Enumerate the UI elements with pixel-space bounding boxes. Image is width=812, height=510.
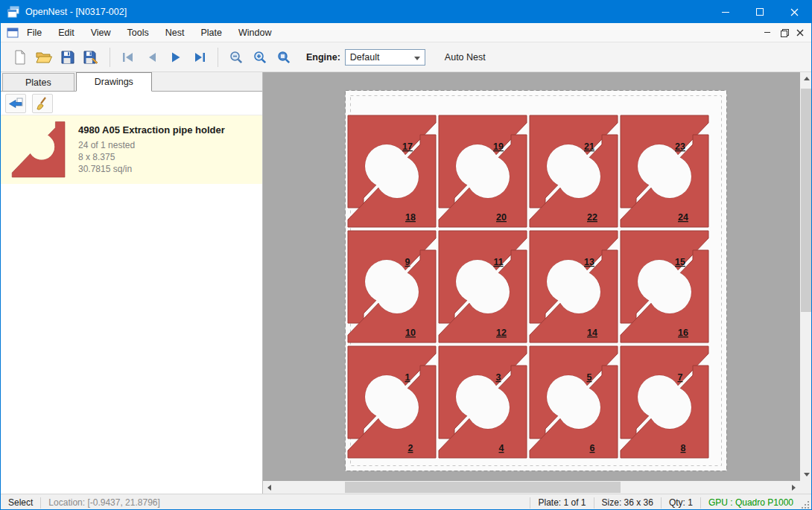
part-number[interactable]: 7 (678, 372, 683, 383)
status-location: Location: [-0.9437, 21.8796] (41, 494, 167, 510)
left-panel: Plates Drawings 4980 A05 Extractio (1, 72, 263, 494)
horizontal-scroll-thumb[interactable] (345, 482, 621, 493)
drawing-dimensions: 8 x 8.375 (78, 151, 225, 163)
part-number[interactable]: 1 (405, 372, 410, 383)
scroll-right-button[interactable] (787, 481, 800, 494)
zoom-in-button[interactable] (248, 45, 272, 69)
part-number[interactable]: 3 (496, 372, 501, 383)
part-number[interactable]: 20 (496, 212, 507, 223)
part-number[interactable]: 24 (678, 212, 688, 223)
part-number[interactable]: 22 (587, 212, 597, 223)
part-number[interactable]: 11 (493, 257, 503, 267)
engine-dropdown[interactable]: Default (345, 49, 425, 66)
zoom-out-icon (229, 50, 244, 65)
part-number[interactable]: 5 (587, 372, 592, 383)
child-minimize-button[interactable] (759, 25, 775, 40)
last-plate-icon (192, 50, 207, 65)
open-folder-icon (36, 50, 52, 65)
toolbar-separator (110, 48, 110, 67)
new-button[interactable] (8, 45, 32, 69)
menu-plate[interactable]: Plate (192, 23, 230, 42)
arrow-right-icon (792, 485, 796, 491)
vertical-scrollbar[interactable] (800, 72, 812, 481)
menu-window[interactable]: Window (230, 23, 279, 42)
part-number[interactable]: 19 (493, 141, 504, 152)
zoom-in-icon (253, 50, 267, 65)
tab-plates[interactable]: Plates (2, 73, 74, 91)
maximize-button[interactable] (743, 1, 777, 23)
menu-view[interactable]: View (83, 23, 119, 42)
part-number[interactable]: 23 (675, 141, 685, 152)
menu-file[interactable]: File (19, 23, 50, 42)
new-file-icon (13, 50, 28, 65)
first-plate-button[interactable] (116, 45, 140, 69)
part-number[interactable]: 17 (402, 141, 413, 152)
toolbar-separator (218, 48, 218, 67)
status-bar: Select Location: [-0.9437, 21.8796] Plat… (1, 494, 811, 510)
scroll-left-button[interactable] (263, 481, 276, 494)
previous-plate-button[interactable] (140, 45, 164, 69)
part-number[interactable]: 16 (678, 328, 688, 338)
nest-canvas[interactable]: 171819202122232491011121314151612345678 (263, 72, 800, 481)
status-qty: Qty: 1 (662, 494, 700, 510)
zoom-fit-icon (276, 50, 291, 65)
arrow-down-icon (804, 473, 810, 476)
tab-drawings[interactable]: Drawings (76, 72, 152, 92)
part-number[interactable]: 15 (675, 257, 685, 267)
minimize-icon (722, 12, 729, 13)
child-close-button[interactable] (792, 25, 808, 40)
scrollbar-corner (800, 481, 812, 494)
auto-nest-button[interactable]: Auto Nest (439, 49, 492, 66)
close-button[interactable] (777, 1, 811, 23)
save-button[interactable] (56, 45, 80, 69)
part-number[interactable]: 21 (584, 141, 594, 152)
scroll-down-button[interactable] (800, 468, 812, 481)
horizontal-scrollbar[interactable] (263, 481, 800, 494)
part-number[interactable]: 13 (584, 257, 594, 267)
chevron-down-icon (414, 57, 420, 60)
part-number[interactable]: 18 (405, 212, 416, 223)
last-plate-button[interactable] (188, 45, 212, 69)
window-title: OpenNest - [N0317-002] (25, 7, 127, 17)
menu-tools[interactable]: Tools (119, 23, 157, 42)
menu-nest[interactable]: Nest (157, 23, 193, 42)
save-as-button[interactable] (80, 45, 104, 69)
minimize-button[interactable] (708, 1, 743, 23)
broom-icon (35, 96, 50, 111)
child-minimize-icon (764, 32, 770, 33)
drawing-list-item[interactable]: 4980 A05 Extraction pipe holder 24 of 1 … (1, 115, 262, 184)
clear-button[interactable] (32, 94, 53, 113)
part-number[interactable]: 14 (587, 328, 597, 338)
zoom-out-button[interactable] (224, 45, 248, 69)
part-number[interactable]: 12 (496, 328, 507, 338)
send-back-button[interactable] (5, 94, 26, 113)
menu-bar: File Edit View Tools Nest Plate Window (1, 23, 811, 42)
open-button[interactable] (32, 45, 56, 69)
zoom-fit-button[interactable] (272, 45, 296, 69)
part-number[interactable]: 4 (499, 443, 504, 453)
part-number[interactable]: 10 (405, 328, 416, 338)
plate-sheet[interactable]: 171819202122232491011121314151612345678 (345, 90, 727, 471)
part-thumbnail (7, 121, 69, 178)
vertical-scroll-thumb[interactable] (801, 89, 812, 312)
engine-label: Engine: (306, 52, 340, 63)
resize-grip[interactable] (801, 494, 811, 510)
part-number[interactable]: 9 (405, 257, 410, 267)
child-window-icon[interactable] (7, 28, 19, 38)
status-size: Size: 36 x 36 (594, 494, 661, 510)
save-icon (60, 50, 75, 65)
app-icon (7, 6, 19, 18)
engine-value: Default (350, 52, 380, 63)
part-number[interactable]: 2 (408, 443, 413, 453)
maximize-icon (756, 8, 764, 16)
next-plate-icon (168, 50, 183, 65)
scroll-up-button[interactable] (800, 72, 812, 85)
drawing-area: 30.7815 sq/in (78, 163, 225, 175)
main-toolbar: Engine: Default Auto Nest (1, 42, 811, 72)
save-as-icon (83, 50, 100, 65)
next-plate-button[interactable] (164, 45, 188, 69)
part-number[interactable]: 8 (681, 443, 686, 453)
child-restore-button[interactable] (775, 25, 792, 40)
part-number[interactable]: 6 (590, 443, 595, 453)
menu-edit[interactable]: Edit (50, 23, 83, 42)
